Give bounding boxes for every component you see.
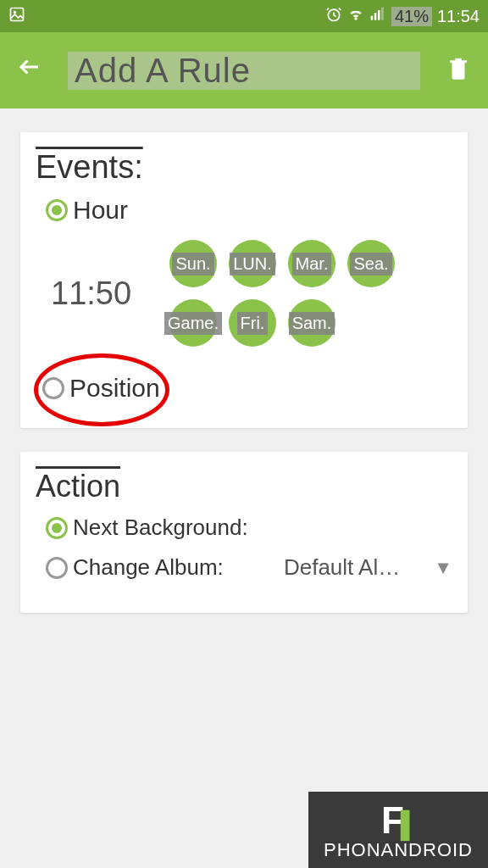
events-card: Events: Hour 11:50 Sun. LUN. Mar. Sea. G… <box>20 132 468 428</box>
day-sea[interactable]: Sea. <box>347 240 395 287</box>
day-sun[interactable]: Sun. <box>169 240 217 287</box>
alarm-icon <box>325 6 342 27</box>
radio-next-background[interactable] <box>46 517 68 539</box>
album-dropdown[interactable]: Default Al… ▼ <box>284 554 452 581</box>
watermark: F▌ PHONANDROID <box>308 792 488 868</box>
day-picker: Sun. LUN. Mar. Sea. Game. Fri. Sam. <box>169 240 441 347</box>
change-album-row[interactable]: Change Album: <box>46 554 224 581</box>
day-mar[interactable]: Mar. <box>288 240 336 287</box>
svg-point-1 <box>14 10 16 13</box>
radio-change-album[interactable] <box>46 557 68 579</box>
svg-rect-6 <box>381 7 384 19</box>
time-value[interactable]: 11:50 <box>51 275 152 312</box>
day-game[interactable]: Game. <box>169 299 217 347</box>
status-bar: 41% 11:54 <box>0 0 488 32</box>
day-sam[interactable]: Sam. <box>288 299 336 347</box>
position-radio-row[interactable]: Position <box>42 374 160 403</box>
svg-rect-3 <box>371 15 374 19</box>
hour-label: Hour <box>73 196 128 225</box>
back-icon[interactable] <box>17 54 42 86</box>
change-album-label: Change Album: <box>73 554 224 581</box>
watermark-logo: F▌ <box>381 802 415 839</box>
watermark-text: PHONANDROID <box>324 839 473 861</box>
status-time: 11:54 <box>437 7 480 26</box>
action-card: Action Next Background: Change Album: De… <box>20 452 468 613</box>
events-title: Events: <box>36 149 452 186</box>
wifi-icon <box>347 6 364 27</box>
battery-percentage: 41% <box>391 7 432 26</box>
trash-icon[interactable] <box>446 53 471 88</box>
svg-rect-0 <box>11 8 24 20</box>
page-title: Add A Rule <box>68 52 420 90</box>
position-label: Position <box>69 374 160 403</box>
action-title: Action <box>36 469 452 504</box>
radio-hour[interactable] <box>46 199 68 221</box>
svg-rect-4 <box>374 13 377 19</box>
chevron-down-icon: ▼ <box>434 557 452 579</box>
next-background-row[interactable]: Next Background: <box>46 515 452 541</box>
svg-rect-5 <box>378 10 380 20</box>
app-bar: Add A Rule <box>0 32 488 108</box>
next-background-label: Next Background: <box>73 515 248 541</box>
gallery-icon <box>8 6 25 27</box>
day-fri[interactable]: Fri. <box>229 299 276 347</box>
hour-radio-row[interactable]: Hour <box>46 196 452 225</box>
day-lun[interactable]: LUN. <box>229 240 276 287</box>
album-value: Default Al… <box>284 554 400 581</box>
signal-icon <box>369 6 386 27</box>
radio-position[interactable] <box>42 377 64 399</box>
